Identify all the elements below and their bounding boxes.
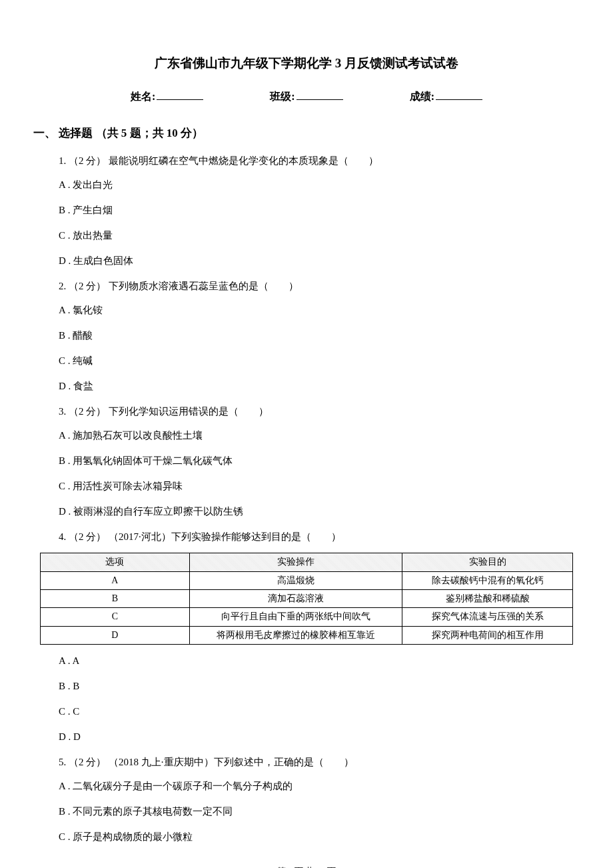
- table-cell: C: [41, 608, 190, 626]
- q1-option-c: C . 放出热量: [59, 227, 573, 243]
- table-header-row: 选项 实验操作 实验目的: [41, 553, 573, 571]
- q1-stem: 1. （2 分） 最能说明红磷在空气中燃烧是化学变化的本质现象是（ ）: [59, 153, 573, 169]
- table-cell: A: [41, 571, 190, 589]
- q5-option-b: B . 不同元素的原子其核电荷数一定不同: [59, 803, 573, 819]
- q5-stem: 5. （2 分） （2018 九上·重庆期中）下列叙述中，正确的是（ ）: [59, 754, 573, 770]
- table-row: A 高温煅烧 除去碳酸钙中混有的氧化钙: [41, 571, 573, 589]
- q3-option-a: A . 施加熟石灰可以改良酸性土壤: [59, 427, 573, 443]
- q4-option-d: D . D: [59, 729, 573, 745]
- q2-option-d: D . 食盐: [59, 378, 573, 394]
- table-cell: 高温煅烧: [189, 571, 402, 589]
- table-cell: 向平行且自由下垂的两张纸中间吹气: [189, 608, 402, 626]
- q3-stem: 3. （2 分） 下列化学知识运用错误的是（ ）: [59, 403, 573, 419]
- table-cell: 将两根用毛皮摩擦过的橡胶棒相互靠近: [189, 626, 402, 644]
- table-cell: 探究两种电荷间的相互作用: [402, 626, 573, 644]
- exam-title: 广东省佛山市九年级下学期化学 3 月反馈测试考试试卷: [40, 53, 573, 73]
- q3-option-b: B . 用氢氧化钠固体可干燥二氧化碳气体: [59, 453, 573, 469]
- q1-option-a: A . 发出白光: [59, 177, 573, 193]
- q1-option-d: D . 生成白色固体: [59, 253, 573, 269]
- page-footer: 第 1 页 共 13 页: [40, 865, 573, 868]
- table-cell: 探究气体流速与压强的关系: [402, 608, 573, 626]
- info-row: 姓名: 班级: 成绩:: [40, 88, 573, 105]
- q4-option-b: B . B: [59, 678, 573, 694]
- table-row: B 滴加石蕊溶液 鉴别稀盐酸和稀硫酸: [41, 589, 573, 607]
- class-field: 班级:: [270, 88, 342, 105]
- q3-option-d: D . 被雨淋湿的自行车应立即擦干以防生锈: [59, 503, 573, 519]
- table-row: D 将两根用毛皮摩擦过的橡胶棒相互靠近 探究两种电荷间的相互作用: [41, 626, 573, 644]
- table-cell: 除去碳酸钙中混有的氧化钙: [402, 571, 573, 589]
- q2-option-c: C . 纯碱: [59, 353, 573, 369]
- q2-stem: 2. （2 分） 下列物质水溶液遇石蕊呈蓝色的是（ ）: [59, 278, 573, 294]
- table-cell: 滴加石蕊溶液: [189, 589, 402, 607]
- table-cell: 鉴别稀盐酸和稀硫酸: [402, 589, 573, 607]
- table-row: C 向平行且自由下垂的两张纸中间吹气 探究气体流速与压强的关系: [41, 608, 573, 626]
- q4-table: 选项 实验操作 实验目的 A 高温煅烧 除去碳酸钙中混有的氧化钙 B 滴加石蕊溶…: [40, 553, 573, 645]
- q3-option-c: C . 用活性炭可除去冰箱异味: [59, 478, 573, 494]
- table-header-cell: 实验操作: [189, 553, 402, 571]
- table-cell: B: [41, 589, 190, 607]
- section-1-header: 一、 选择题 （共 5 题；共 10 分）: [33, 124, 573, 142]
- q5-option-a: A . 二氧化碳分子是由一个碳原子和一个氧分子构成的: [59, 778, 573, 794]
- q4-stem: 4. （2 分） （2017·河北）下列实验操作能够达到目的是（ ）: [59, 529, 573, 545]
- table-header-cell: 选项: [41, 553, 190, 571]
- q4-option-a: A . A: [59, 653, 573, 669]
- score-field: 成绩:: [410, 88, 482, 105]
- q1-option-b: B . 产生白烟: [59, 202, 573, 218]
- table-header-cell: 实验目的: [402, 553, 573, 571]
- q2-option-a: A . 氯化铵: [59, 302, 573, 318]
- q2-option-b: B . 醋酸: [59, 327, 573, 343]
- q5-option-c: C . 原子是构成物质的最小微粒: [59, 829, 573, 845]
- name-field: 姓名:: [131, 88, 203, 105]
- q4-option-c: C . C: [59, 703, 573, 719]
- table-cell: D: [41, 626, 190, 644]
